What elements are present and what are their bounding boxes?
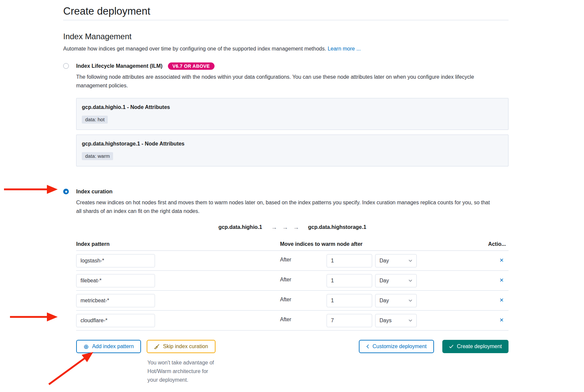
index-pattern-input[interactable] [76,274,155,287]
node-attribute-badge: data: warm [82,152,113,160]
create-deployment-button[interactable]: Create deployment [442,340,509,353]
node-attributes-panel: gcp.data.highio.1 - Node Attributes data… [76,98,509,130]
node-panel-title: gcp.data.highio.1 - Node Attributes [82,104,503,111]
after-value-input[interactable] [327,294,372,307]
ilm-radio[interactable] [63,63,69,69]
unit-select[interactable]: Day [375,274,417,287]
chevron-down-icon [408,259,412,262]
unit-select-value: Day [379,258,389,264]
curation-flow: gcp.data.highio.1 → → → gcp.data.highsto… [76,224,509,231]
unit-select[interactable]: Day [375,294,417,307]
after-value-input[interactable] [327,314,372,327]
after-label: After [280,257,291,263]
remove-row-icon[interactable]: ✕ [500,277,504,284]
add-index-pattern-button[interactable]: ⊕ Add index pattern [76,340,141,353]
create-deployment-page: Create deployment Index Management Autom… [0,0,584,392]
after-label: After [280,297,291,303]
index-pattern-input[interactable] [76,254,155,267]
unit-select-value: Day [379,278,389,284]
plus-in-circle-icon: ⊕ [83,343,89,350]
after-label: After [280,317,291,323]
broom-icon [154,344,160,349]
customize-deployment-button[interactable]: Customize deployment [359,340,434,353]
curation-table: Index pattern Move indices to warm node … [76,240,509,331]
skip-index-curation-label: Skip index curation [163,343,208,349]
remove-row-icon[interactable]: ✕ [500,317,504,324]
chevron-down-icon [408,319,412,322]
skip-index-curation-button[interactable]: Skip index curation [147,340,215,353]
header-index-pattern: Index pattern [76,240,109,248]
check-icon [449,344,454,348]
add-index-pattern-label: Add index pattern [92,343,134,349]
flow-source-node: gcp.data.highio.1 [219,224,262,231]
chevron-down-icon [408,279,412,282]
remove-row-icon[interactable]: ✕ [500,297,504,304]
section-description: Automate how indices get managed over ti… [63,45,509,53]
index-pattern-input[interactable] [76,314,155,327]
section-title: Index Management [63,32,509,42]
unit-select-value: Day [379,298,389,304]
arrow-right-icon: → [293,224,299,231]
node-panel-title: gcp.data.highstorage.1 - Node Attributes [82,140,503,147]
customize-deployment-label: Customize deployment [372,343,427,349]
header-actions: Actio... [488,240,506,248]
page-title: Create deployment [63,5,509,20]
after-value-input[interactable] [327,274,372,287]
flow-target-node: gcp.data.highstorage.1 [308,224,366,231]
create-deployment-label: Create deployment [457,343,502,349]
table-row: After Day ✕ [76,251,509,271]
after-value-input[interactable] [327,254,372,267]
ilm-option-label: Index Lifecycle Management (ILM) [76,62,163,70]
unit-select[interactable]: Days [375,314,417,327]
unit-select[interactable]: Day [375,254,417,267]
table-row: After Day ✕ [76,271,509,291]
after-label: After [280,277,291,283]
header-move-indices: Move indices to warm node after [280,240,363,248]
version-badge: V6.7 OR ABOVE [168,62,215,70]
table-row: After Day ✕ [76,291,509,311]
curation-option-description: Creates new indices on hot nodes first a… [76,198,495,216]
chevron-left-icon [366,344,369,349]
chevron-down-icon [408,299,412,302]
arrow-right-icon: → [271,224,277,231]
remove-row-icon[interactable]: ✕ [500,257,504,264]
skip-warning-text: You won't take advantage of Hot/Warm arc… [147,358,214,384]
section-description-text: Automate how indices get managed over ti… [63,46,326,51]
node-attributes-panel: gcp.data.highstorage.1 - Node Attributes… [76,135,509,166]
curation-option-label: Index curation [76,188,112,196]
index-curation-radio[interactable] [63,189,69,194]
unit-select-value: Days [379,318,391,324]
index-pattern-input[interactable] [76,294,155,307]
ilm-option-description: The following node attributes are associ… [76,73,495,90]
node-attribute-badge: data: hot [82,116,108,124]
option-ilm: Index Lifecycle Management (ILM) V6.7 OR… [63,62,509,166]
curation-table-header: Index pattern Move indices to warm node … [76,240,509,251]
learn-more-link[interactable]: Learn more ... [328,46,361,51]
arrow-right-icon: → [282,224,288,231]
actions-row: ⊕ Add index pattern Skip index curation … [76,340,509,384]
table-row: After Days ✕ [76,311,509,331]
option-index-curation: Index curation Creates new indices on ho… [63,188,509,384]
